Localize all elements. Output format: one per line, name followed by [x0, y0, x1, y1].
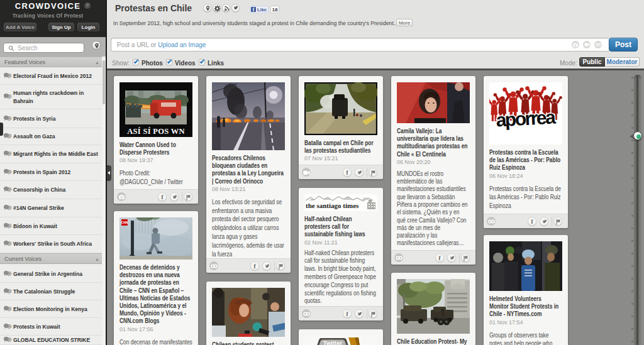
svg-text:CNN: CNN: [121, 221, 128, 224]
svg-text:Twitter: Twitter: [323, 339, 343, 345]
svg-text:aporrea: aporrea: [496, 106, 557, 130]
svg-text:ASÍ SÍ POS WN: ASÍ SÍ POS WN: [127, 127, 185, 136]
svg-text:the santiago times: the santiago times: [306, 202, 359, 209]
